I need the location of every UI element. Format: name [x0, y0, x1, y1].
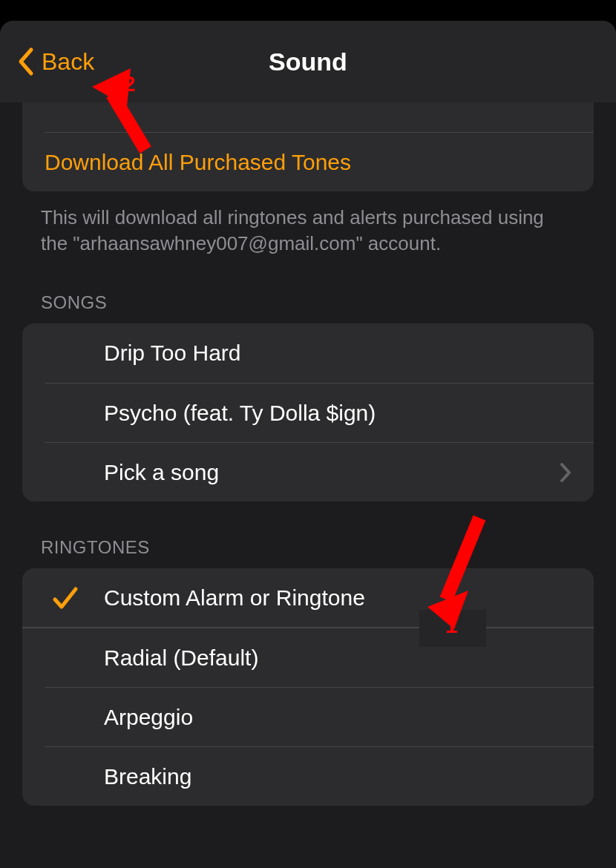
ringtone-row[interactable]: Radial (Default) [22, 628, 594, 687]
ringtone-label: Custom Alarm or Ringtone [104, 585, 365, 611]
navigation-bar: Back Sound [0, 21, 616, 102]
song-row[interactable]: Psycho (feat. Ty Dolla $ign) [45, 383, 594, 442]
ringtones-group: Custom Alarm or Ringtone Radial (Default… [22, 568, 594, 806]
ringtone-label: Breaking [104, 764, 191, 789]
song-label: Drip Too Hard [104, 341, 241, 366]
ringtones-header: RINGTONES [0, 502, 616, 568]
song-row[interactable]: Drip Too Hard [22, 323, 594, 383]
ringtone-row[interactable]: Breaking [45, 746, 594, 806]
back-button[interactable]: Back [0, 47, 94, 76]
chevron-left-icon [16, 47, 34, 76]
songs-header: SONGS [0, 257, 616, 323]
songs-group: Drip Too Hard Psycho (feat. Ty Dolla $ig… [22, 323, 594, 502]
pick-a-song-button[interactable]: Pick a song [45, 442, 594, 502]
list-row-partial[interactable] [22, 102, 594, 132]
ringtone-label: Radial (Default) [104, 645, 258, 671]
sound-settings-sheet: Back Sound Download All Purchased Tones … [0, 21, 616, 868]
back-label: Back [42, 48, 94, 76]
ringtone-row-selected[interactable]: Custom Alarm or Ringtone [22, 568, 594, 628]
redaction-overlay [419, 610, 486, 647]
store-group: Download All Purchased Tones [22, 102, 594, 191]
download-all-label: Download All Purchased Tones [45, 150, 351, 175]
ringtone-label: Arpeggio [104, 705, 193, 730]
checkmark-icon [50, 583, 80, 613]
scroll-content[interactable]: Download All Purchased Tones This will d… [0, 102, 616, 806]
download-all-tones-button[interactable]: Download All Purchased Tones [45, 132, 594, 191]
chevron-right-icon [560, 462, 571, 483]
store-footer-text: This will download all ringtones and ale… [0, 191, 616, 257]
ringtone-row[interactable]: Arpeggio [45, 687, 594, 746]
pick-song-label: Pick a song [104, 460, 219, 485]
song-label: Psycho (feat. Ty Dolla $ign) [104, 401, 376, 426]
